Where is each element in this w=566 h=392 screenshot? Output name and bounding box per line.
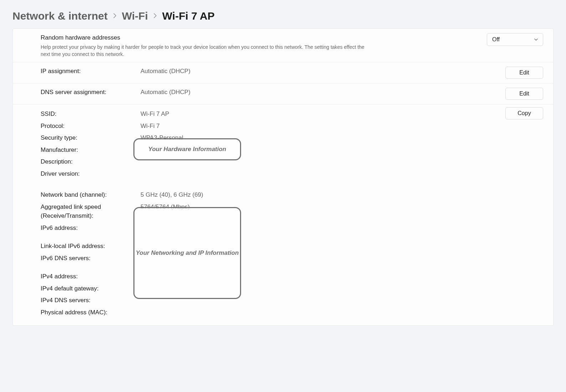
security-type-value: WPA3-Personal (141, 133, 543, 143)
ip-assignment-edit-button[interactable]: Edit (505, 67, 543, 79)
ip-assignment-value: Automatic (DHCP) (141, 67, 505, 76)
copy-button[interactable]: Copy (505, 107, 543, 119)
chevron-right-icon (113, 12, 117, 20)
ipv6-dns-value (141, 254, 543, 263)
manufacturer-label: Manufacturer: (41, 145, 141, 155)
settings-panel: Random hardware addresses Help protect y… (12, 29, 554, 326)
ipv6-address-value (141, 223, 543, 233)
ssid-label: SSID: (41, 109, 141, 119)
ipv6-dns-label: IPv6 DNS servers: (41, 254, 141, 263)
ipv4-address-label: IPv4 address: (41, 272, 141, 281)
ipv4-dns-value (141, 296, 543, 305)
manufacturer-value (141, 145, 543, 155)
breadcrumb: Network & internet Wi-Fi Wi-Fi 7 AP (12, 10, 554, 22)
link-local-ipv6-value (141, 242, 543, 251)
link-local-ipv6-label: Link-local IPv6 address: (41, 242, 141, 251)
network-band-label: Network band (channel): (41, 190, 141, 200)
chevron-down-icon (534, 37, 539, 42)
mac-address-label: Physical address (MAC): (41, 308, 141, 317)
breadcrumb-current: Wi-Fi 7 AP (162, 10, 215, 22)
dns-assignment-row: DNS server assignment: Automatic (DHCP) … (13, 83, 553, 104)
breadcrumb-wifi[interactable]: Wi-Fi (122, 10, 148, 22)
rha-dropdown-value: Off (492, 36, 500, 43)
connection-details: Copy SSID: Wi-Fi 7 AP Protocol: Wi-Fi 7 … (13, 104, 553, 318)
ipv4-gateway-value (141, 284, 543, 293)
driver-version-value (141, 169, 543, 179)
rha-dropdown[interactable]: Off (487, 33, 543, 46)
ipv4-dns-label: IPv4 DNS servers: (41, 296, 141, 305)
security-type-label: Security type: (41, 133, 141, 143)
description-value (141, 157, 543, 166)
ip-assignment-row: IP assignment: Automatic (DHCP) Edit (13, 62, 553, 83)
rha-title: Random hardware addresses (41, 33, 487, 42)
dns-assignment-edit-button[interactable]: Edit (505, 88, 543, 100)
mac-address-value (141, 308, 543, 317)
link-speed-value: 5764/5764 (Mbps) (141, 202, 543, 221)
breadcrumb-network-internet[interactable]: Network & internet (12, 10, 108, 22)
random-hardware-addresses-row: Random hardware addresses Help protect y… (13, 29, 553, 62)
ssid-value: Wi-Fi 7 AP (141, 109, 543, 119)
ipv6-address-label: IPv6 address: (41, 223, 141, 233)
protocol-label: Protocol: (41, 122, 141, 131)
network-band-value: 5 GHz (40), 6 GHz (69) (141, 190, 543, 200)
chevron-right-icon (153, 12, 157, 20)
rha-description: Help protect your privacy by making it h… (41, 43, 365, 58)
dns-assignment-value: Automatic (DHCP) (141, 88, 505, 97)
ipv4-gateway-label: IPv4 default gateway: (41, 284, 141, 293)
dns-assignment-label: DNS server assignment: (41, 89, 106, 96)
link-speed-label: Aggregated link speed (Receive/Transmit)… (41, 202, 141, 221)
ip-assignment-label: IP assignment: (41, 68, 81, 74)
ipv4-address-value (141, 272, 543, 281)
driver-version-label: Driver version: (41, 169, 141, 179)
protocol-value: Wi-Fi 7 (141, 122, 543, 131)
description-label: Description: (41, 157, 141, 166)
